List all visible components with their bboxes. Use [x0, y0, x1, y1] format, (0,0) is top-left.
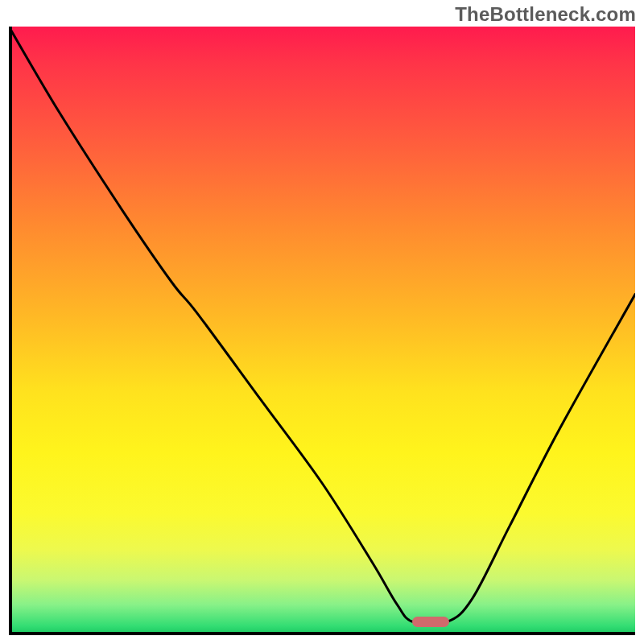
chart-frame: TheBottleneck.com — [0, 0, 644, 644]
curve-svg — [9, 27, 635, 635]
plot-area — [9, 27, 635, 635]
watermark-text: TheBottleneck.com — [455, 3, 636, 26]
bottleneck-curve-path — [9, 27, 635, 625]
optimal-marker — [412, 617, 449, 627]
